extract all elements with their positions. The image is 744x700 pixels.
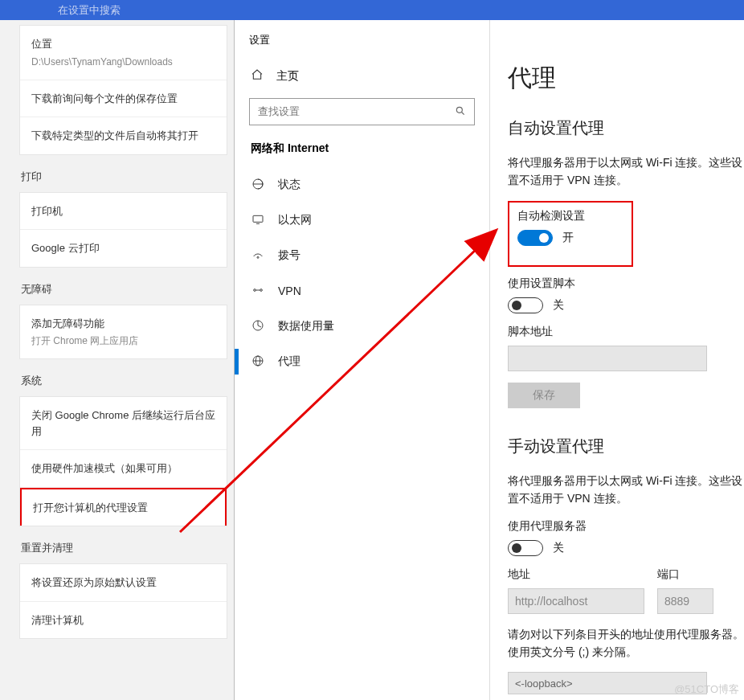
reset-card: 将设置还原为原始默认设置 清理计算机 [19, 563, 227, 639]
auto-open-types-row[interactable]: 下载特定类型的文件后自动将其打开 [20, 117, 227, 154]
proxy-title: 代理 [508, 62, 744, 95]
svg-point-7 [254, 289, 256, 291]
svg-rect-4 [253, 215, 263, 222]
system-card: 关闭 Google Chrome 后继续运行后台应用 使用硬件加速模式（如果可用… [19, 396, 227, 526]
port-input[interactable]: 8889 [657, 588, 713, 614]
port-label: 端口 [657, 567, 713, 582]
nav-item-label: 数据使用量 [278, 319, 334, 334]
nav-item-proxy[interactable]: 代理 [249, 344, 475, 379]
auto-proxy-heading: 自动设置代理 [508, 117, 744, 139]
watermark: @51CTO博客 [674, 682, 739, 697]
script-address-label: 脚本地址 [508, 325, 744, 339]
section-reset-title: 重置并清理 [21, 541, 227, 555]
system-background-row[interactable]: 关闭 Google Chrome 后继续运行后台应用 [20, 397, 227, 450]
nav-item-vpn[interactable]: VPN [249, 273, 475, 309]
save-button[interactable]: 保存 [508, 383, 580, 408]
use-proxy-server-toggle[interactable] [508, 540, 543, 556]
windows-settings-nav: 设置 主页 查找设置 网络和 Internet 状态 以太网 拨号 VPN 数据… [234, 20, 490, 700]
accessibility-row[interactable]: 添加无障碍功能 打开 Chrome 网上应用店 [20, 305, 227, 359]
script-address-input[interactable] [508, 346, 707, 371]
chrome-settings-panel: 位置 D:\Users\TynamYang\Downloads 下载前询问每个文… [0, 20, 234, 700]
settings-search-input[interactable]: 查找设置 [249, 98, 475, 125]
nav-item-label: 拨号 [278, 248, 300, 263]
use-proxy-server-state: 关 [553, 541, 564, 555]
nav-item-dialup[interactable]: 拨号 [249, 238, 475, 273]
accessibility-add-label: 添加无障碍功能 [31, 316, 215, 332]
address-label: 地址 [508, 567, 644, 582]
use-proxy-server-label: 使用代理服务器 [508, 519, 744, 534]
reset-cleanup-row[interactable]: 清理计算机 [20, 602, 227, 639]
use-proxy-server-toggle-row: 关 [508, 540, 744, 556]
dialup-icon [251, 248, 265, 264]
use-script-state: 关 [553, 298, 564, 313]
home-icon [251, 68, 264, 84]
status-icon [251, 178, 265, 193]
auto-proxy-desc: 将代理服务器用于以太网或 Wi-Fi 连接。这些设置不适用于 VPN 连接。 [508, 154, 744, 190]
auto-detect-toggle[interactable] [517, 230, 553, 246]
manual-proxy-heading: 手动设置代理 [508, 436, 744, 457]
use-script-toggle[interactable] [508, 297, 543, 313]
nav-home-label: 主页 [276, 69, 299, 84]
nav-item-ethernet[interactable]: 以太网 [249, 203, 475, 238]
nav-item-data-usage[interactable]: 数据使用量 [249, 309, 475, 344]
download-location-path: D:\Users\TynamYang\Downloads [31, 55, 215, 69]
address-input[interactable]: http://localhost [508, 588, 644, 614]
auto-detect-highlight: 自动检测设置 开 [508, 201, 633, 267]
ethernet-icon [251, 213, 265, 228]
nav-item-label: 代理 [278, 354, 300, 369]
ask-before-download-row[interactable]: 下载前询问每个文件的保存位置 [20, 80, 227, 118]
nav-item-status[interactable]: 状态 [249, 167, 475, 203]
search-icon [455, 105, 466, 119]
windows-settings-title: 设置 [249, 33, 475, 47]
bypass-desc: 请勿对以下列条目开头的地址使用代理服务器。使用英文分号 (;) 来分隔。 [508, 625, 744, 661]
nav-item-label: 以太网 [278, 213, 312, 227]
vpn-icon [251, 284, 265, 299]
auto-detect-state: 开 [562, 231, 574, 245]
top-search-bar[interactable]: 在设置中搜索 [0, 0, 744, 20]
print-card: 打印机 Google 云打印 [19, 192, 227, 268]
download-location-row[interactable]: 位置 D:\Users\TynamYang\Downloads [20, 26, 227, 80]
auto-detect-toggle-row: 开 [517, 230, 623, 246]
accessibility-card: 添加无障碍功能 打开 Chrome 网上应用店 [19, 305, 227, 360]
proxy-icon [251, 354, 265, 370]
system-hw-accel-row[interactable]: 使用硬件加速模式（如果可用） [20, 450, 227, 488]
section-system-title: 系统 [21, 374, 227, 388]
proxy-panel: 代理 自动设置代理 将代理服务器用于以太网或 Wi-Fi 连接。这些设置不适用于… [490, 20, 744, 700]
settings-search-placeholder: 查找设置 [258, 104, 300, 119]
auto-detect-label: 自动检测设置 [517, 209, 623, 223]
nav-home[interactable]: 主页 [249, 68, 475, 84]
address-value: http://localhost [515, 595, 587, 608]
reset-restore-row[interactable]: 将设置还原为原始默认设置 [20, 564, 227, 602]
printer-row[interactable]: 打印机 [20, 193, 227, 231]
download-location-label: 位置 [31, 36, 215, 52]
svg-point-6 [257, 256, 259, 258]
bypass-value: <-loopback> [515, 677, 573, 690]
use-script-toggle-row: 关 [508, 297, 744, 313]
section-print-title: 打印 [21, 170, 227, 184]
accessibility-sub-label: 打开 Chrome 网上应用店 [31, 334, 215, 348]
svg-line-1 [462, 112, 464, 114]
nav-item-label: 状态 [278, 178, 300, 192]
svg-point-8 [260, 289, 263, 291]
section-accessibility-title: 无障碍 [21, 282, 227, 297]
data-usage-icon [251, 319, 265, 334]
port-value: 8889 [664, 595, 689, 608]
manual-proxy-desc: 将代理服务器用于以太网或 Wi-Fi 连接。这些设置不适用于 VPN 连接。 [508, 472, 744, 508]
use-script-label: 使用设置脚本 [508, 276, 744, 291]
download-card: 位置 D:\Users\TynamYang\Downloads 下载前询问每个文… [19, 25, 227, 155]
svg-point-0 [456, 107, 462, 113]
nav-item-label: VPN [278, 285, 301, 297]
open-proxy-settings-row[interactable]: 打开您计算机的代理设置 [20, 488, 227, 526]
cloud-print-row[interactable]: Google 云打印 [20, 230, 227, 267]
nav-group-network: 网络和 Internet [251, 141, 475, 156]
top-search-placeholder: 在设置中搜索 [58, 3, 121, 18]
